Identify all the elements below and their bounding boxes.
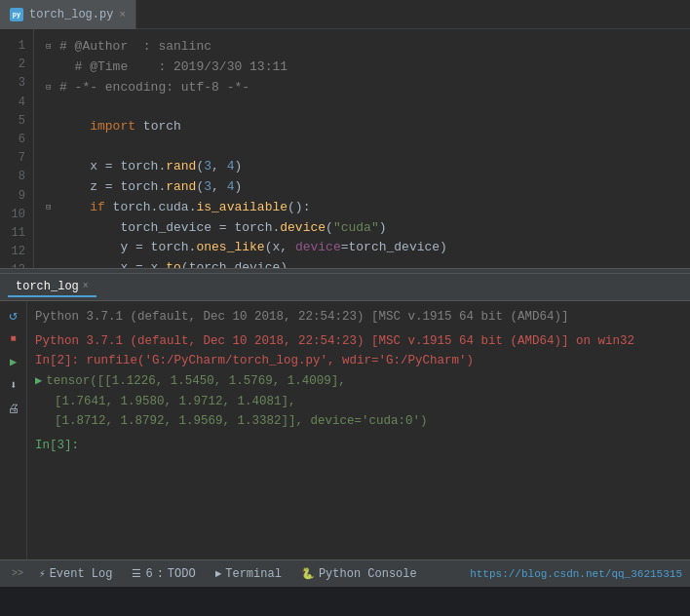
code-line: # @Time : 2019/3/30 13:11 [46,58,690,78]
scroll-down-button[interactable]: ⬇ [6,377,21,393]
output-red-1: Python 3.7.1 (default, Dec 10 2018, 22:5… [35,334,634,348]
blog-link[interactable]: https://blog.csdn.net/qq_36215315 [470,568,682,580]
terminal-label: Terminal [225,567,282,581]
token-nm: x = x. [59,258,166,268]
token-num: 4 [227,177,235,198]
rerun-button[interactable]: ↺ [6,307,21,323]
python-console-tab[interactable]: 🐍 Python Console [293,565,425,583]
fold-icon[interactable]: ⊟ [46,40,58,54]
code-line: torch_device = torch.device("cuda") [46,218,690,239]
console-tab-bar: torch_log × [0,274,690,301]
token-fn: rand [166,177,196,198]
code-line: x = torch.rand(3, 4) [46,157,690,177]
token-fn: rand [166,157,196,177]
tab-bar: py torch_log.py × [0,0,690,29]
token-nm: (): [288,198,310,218]
token-nm: torch [135,117,181,137]
token-nm: ( [196,157,204,177]
code-line: ⊟# @Author : sanlinc [46,37,690,58]
console-sidebar: ↺ ■ ▶ ⬇ 🖨 [0,301,27,559]
tensor-output-1: tensor([[1.1226, 1.5450, 1.5769, 1.4009]… [46,374,346,388]
token-fn: device [280,218,326,239]
run-button[interactable]: ▶ [6,354,21,369]
token-nm: torch_device = torch. [59,218,280,239]
output-line-5: [1.8712, 1.8792, 1.9569, 1.3382]], devic… [35,411,682,432]
output-line-1: Python 3.7.1 (default, Dec 10 2018, 22:5… [35,331,682,352]
console-output: Python 3.7.1 (default, Dec 10 2018, 22:5… [27,301,690,559]
terminal-tab[interactable]: ► Terminal [208,565,289,583]
status-bar: >> ⚡ Event Log ☰ 6 : TODO ► Terminal 🐍 P… [0,559,690,587]
blog-url: https://blog.csdn.net/qq_36215315 [470,568,682,580]
token-nm: ( [326,218,333,239]
token-cm: # -*- encoding: utf-8 -*- [59,78,249,98]
token-nm [59,117,90,137]
token-str: "cuda" [333,218,379,239]
file-tab-label: torch_log.py [29,8,113,21]
token-nm: ) [379,218,387,239]
code-line: x = x.to(torch_device) [46,258,690,268]
token-fn: is_available [196,198,288,218]
file-tab-close[interactable]: × [119,9,126,20]
expand-button[interactable]: >> [8,564,27,584]
code-line: z = torch.rand(3, 4) [46,177,690,198]
python-console-label: Python Console [319,567,417,581]
token-nm: z = torch. [59,177,166,198]
output-red-2: In[2]: runfile('G:/PyCharm/torch_log.py'… [35,354,474,367]
editor-area: 123456789101112131415 ⊟# @Author : sanli… [0,29,690,268]
run-indicator: ▶ [35,374,42,388]
console-tab-torch-log[interactable]: torch_log × [8,278,96,297]
token-kw: import [90,117,135,137]
output-line-4: [1.7641, 1.9580, 1.9712, 1.4081], [35,392,682,412]
token-nm: , [211,177,227,198]
token-nm: , [211,157,227,177]
code-content[interactable]: ⊟# @Author : sanlinc # @Time : 2019/3/30… [34,29,690,268]
todo-tab[interactable]: ☰ 6 : TODO [124,565,203,583]
token-nm: x = torch. [59,157,166,177]
fold-icon[interactable]: ⊟ [46,201,58,214]
token-nm: y = torch. [59,238,196,258]
token-num: 4 [227,157,235,177]
token-num: 3 [204,157,211,177]
line-numbers: 123456789101112131415 [0,29,34,268]
console-area: ↺ ■ ▶ ⬇ 🖨 Python 3.7.1 (default, Dec 10 … [0,301,690,559]
token-cm: # @Time : 2019/3/30 13:11 [59,58,288,78]
console-tab-close[interactable]: × [83,281,89,291]
token-num: 3 [204,177,211,198]
token-fn: ones_like [196,238,264,258]
stop-button[interactable]: ■ [6,330,21,346]
token-fn: to [166,258,181,268]
output-line-3: ▶tensor([[1.1226, 1.5450, 1.5769, 1.4009… [35,371,682,392]
event-log-icon: ⚡ [39,567,46,580]
expand-icon: >> [12,568,23,579]
python-version-header: Python 3.7.1 (default, Dec 10 2018, 22:5… [35,307,682,327]
event-log-label: Event Log [50,567,113,581]
token-nm: (x, [265,238,295,258]
code-line: y = torch.ones_like(x, device=torch_devi… [46,238,690,258]
print-button[interactable]: 🖨 [6,401,21,416]
event-log-tab[interactable]: ⚡ Event Log [31,565,120,583]
tensor-output-3: [1.8712, 1.8792, 1.9569, 1.3382]], devic… [55,414,428,428]
token-nm: torch.cuda. [105,198,197,218]
code-line: import torch [46,117,690,137]
tensor-output-2: [1.7641, 1.9580, 1.9712, 1.4081], [55,395,296,408]
code-line: ⊟# -*- encoding: utf-8 -*- [46,78,690,98]
file-tab-icon: py [10,8,23,21]
output-line-2: In[2]: runfile('G:/PyCharm/torch_log.py'… [35,351,682,371]
token-kw: if [59,198,105,218]
token-cm: # @Author : sanlinc [59,37,211,58]
file-tab[interactable]: py torch_log.py × [0,0,136,29]
token-nm: (torch_device) [181,258,288,268]
code-line [46,97,690,117]
token-nm: ) [234,157,242,177]
todo-num: 6 [145,567,152,581]
token-nm: ) [234,177,242,198]
todo-icon: ☰ [132,567,141,580]
python-console-icon: 🐍 [301,567,315,580]
console-tab-label: torch_log [16,280,79,293]
terminal-icon: ► [215,568,222,580]
fold-icon[interactable]: ⊟ [46,81,58,95]
code-line [46,137,690,157]
code-line: ⊟ if torch.cuda.is_available(): [46,198,690,218]
token-nm: =torch_device) [341,238,447,258]
in3-prompt: In[3]: [35,439,79,452]
